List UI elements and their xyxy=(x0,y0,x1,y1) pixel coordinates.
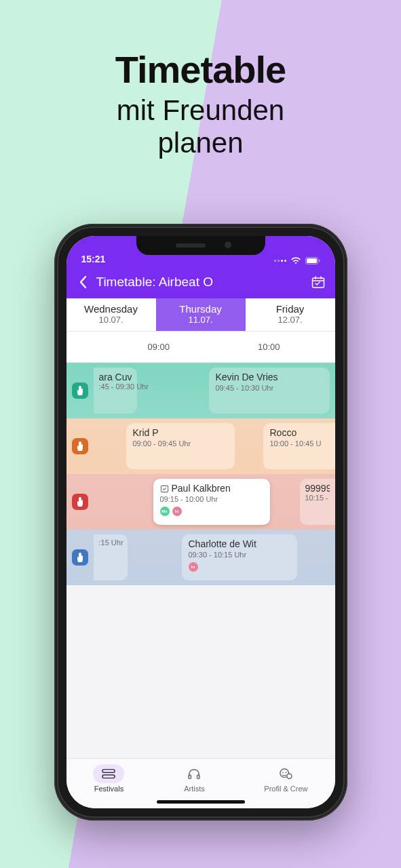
day-tabs: Wednesday 10.07. Thursday 11.07. Friday … xyxy=(66,298,335,332)
svg-rect-2 xyxy=(319,259,320,262)
event-charlotte-de-witte[interactable]: Charlotte de Wit 09:30 - 10:15 Uhr In xyxy=(182,534,297,580)
festivals-icon xyxy=(102,768,115,779)
svg-rect-6 xyxy=(102,775,115,778)
tab-artists[interactable]: Artists xyxy=(178,764,210,793)
avatar: Mx xyxy=(160,507,170,516)
svg-point-10 xyxy=(282,772,284,773)
nav-bar: Timetable: Airbeat O xyxy=(66,266,335,298)
checked-calendar-icon xyxy=(160,484,169,493)
wifi-icon xyxy=(290,256,301,264)
promo-title: Timetable xyxy=(0,47,401,92)
stage-row-1[interactable]: ara Cuvé :45 - 09:30 Uhr Kevin De Vries … xyxy=(66,363,335,418)
promo-subtitle: mit Freunden planen xyxy=(0,94,401,160)
avatar: In xyxy=(189,562,198,572)
event-next[interactable]: 99999 10:15 - xyxy=(300,479,335,525)
event-kevin-de-vries[interactable]: Kevin De Vries 09:45 - 10:30 Uhr xyxy=(209,368,330,414)
back-button[interactable] xyxy=(75,275,91,289)
stage-row-4[interactable]: :15 Uhr Charlotte de Wit 09:30 - 10:15 U… xyxy=(66,530,335,585)
drag-handle-icon[interactable] xyxy=(72,382,88,399)
device-notch xyxy=(136,236,265,255)
svg-point-11 xyxy=(286,772,287,773)
crew-icon xyxy=(279,768,292,780)
headphones-icon xyxy=(187,768,201,780)
svg-rect-1 xyxy=(307,258,317,263)
tab-friday[interactable]: Friday 12.07. xyxy=(246,298,335,331)
home-indicator[interactable] xyxy=(157,800,245,804)
attendee-avatars: Mx In xyxy=(160,507,263,516)
phone-frame: 15:21 xyxy=(54,224,347,821)
battery-icon xyxy=(305,257,320,264)
attendee-avatars: In xyxy=(189,562,290,572)
status-time: 15:21 xyxy=(81,254,106,264)
svg-rect-8 xyxy=(197,775,200,778)
stage-row-3[interactable]: Paul Kalkbren 09:15 - 10:00 Uhr Mx In 99… xyxy=(66,474,335,530)
page-title: Timetable: Airbeat O xyxy=(96,275,304,290)
timetable-rows[interactable]: ara Cuvé :45 - 09:30 Uhr Kevin De Vries … xyxy=(66,363,335,585)
stage-row-2[interactable]: Krid P 09:00 - 09:45 Uhr Rocco 10:00 - 1… xyxy=(66,418,335,474)
svg-rect-3 xyxy=(312,278,324,288)
event-paul-kalkbrenner[interactable]: Paul Kalkbren 09:15 - 10:00 Uhr Mx In xyxy=(153,479,270,525)
svg-rect-5 xyxy=(102,770,115,773)
tab-profile-crew[interactable]: Profil & Crew xyxy=(264,764,307,793)
tab-thursday[interactable]: Thursday 11.07. xyxy=(156,298,246,331)
promo-copy: Timetable mit Freunden planen xyxy=(0,47,401,160)
drag-handle-icon[interactable] xyxy=(72,549,88,566)
avatar: In xyxy=(172,507,182,516)
drag-handle-icon[interactable] xyxy=(72,494,88,510)
event-krid-p[interactable]: Krid P 09:00 - 09:45 Uhr xyxy=(126,423,235,469)
event-prev[interactable]: :15 Uhr xyxy=(94,534,128,580)
tab-wednesday[interactable]: Wednesday 10.07. xyxy=(66,298,156,331)
time-ruler: 09:00 10:00 xyxy=(66,332,335,363)
signal-icon xyxy=(274,260,286,262)
event-rocco[interactable]: Rocco 10:00 - 10:45 U xyxy=(263,423,335,469)
svg-rect-7 xyxy=(189,775,191,778)
drag-handle-icon[interactable] xyxy=(72,438,88,454)
calendar-button[interactable] xyxy=(309,273,327,291)
svg-point-12 xyxy=(287,774,292,778)
tab-festivals[interactable]: Festivals xyxy=(93,764,124,793)
event-prev[interactable]: ara Cuvé :45 - 09:30 Uhr xyxy=(94,368,137,414)
